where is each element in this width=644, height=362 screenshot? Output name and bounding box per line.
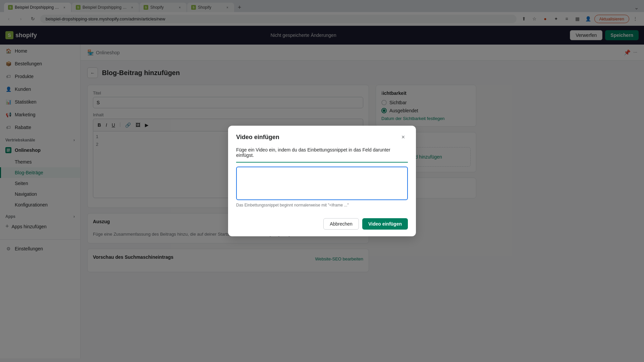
modal-description: Füge ein Video ein, indem du das Einbett… [236, 147, 408, 163]
cancel-button[interactable]: Abbrechen [323, 218, 359, 230]
modal-hint: Das Einbettungssnippet beginnt normalerw… [236, 203, 408, 207]
modal-footer: Abbrechen Video einfügen [228, 213, 416, 236]
embed-snippet-textarea[interactable] [236, 167, 408, 200]
modal-overlay[interactable]: Video einfügen × Füge ein Video ein, ind… [0, 0, 644, 358]
modal-title: Video einfügen [236, 134, 279, 141]
modal-header: Video einfügen × [228, 126, 416, 142]
video-insert-modal: Video einfügen × Füge ein Video ein, ind… [228, 126, 416, 236]
modal-close-button[interactable]: × [398, 132, 408, 142]
modal-body: Füge ein Video ein, indem du das Einbett… [228, 142, 416, 213]
insert-video-button[interactable]: Video einfügen [362, 218, 408, 230]
